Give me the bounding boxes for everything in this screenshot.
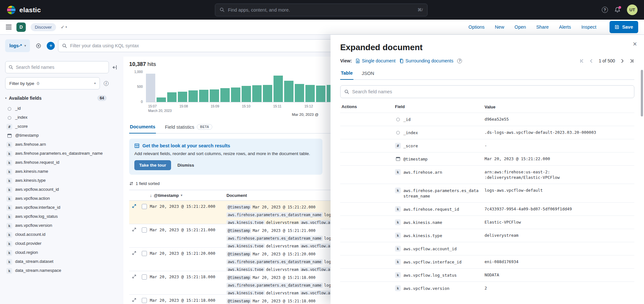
- sidebar-field-aws.firehose.parameters.es_datastream_name[interactable]: kaws.firehose.parameters.es_datastream_n…: [5, 149, 118, 158]
- expand-document-icon[interactable]: [132, 227, 136, 232]
- tab-documents[interactable]: Documents: [129, 124, 156, 134]
- row-checkbox[interactable]: [142, 298, 147, 303]
- nav-new[interactable]: New: [495, 24, 504, 30]
- close-icon[interactable]: ×: [633, 41, 637, 48]
- previous-page-icon[interactable]: [589, 59, 594, 63]
- user-avatar[interactable]: UT: [627, 5, 638, 15]
- sidebar-field-aws.vpcflow.log_status[interactable]: kaws.vpcflow.log_status: [5, 212, 118, 221]
- menu-icon[interactable]: [6, 25, 12, 29]
- expand-document-icon[interactable]: [132, 250, 136, 255]
- dismiss-button[interactable]: Dismiss: [178, 163, 194, 168]
- histogram-bar[interactable]: [146, 74, 155, 102]
- sidebar-field-aws.kinesis.type[interactable]: kaws.kinesis.type: [5, 176, 118, 185]
- histogram-bar[interactable]: [231, 88, 240, 102]
- flyout-scrollbar[interactable]: [641, 70, 643, 116]
- sidebar-field-data_stream.namespace[interactable]: kdata_stream.namespace: [5, 266, 118, 275]
- flyout-field-row[interactable]: kaws.vpcflow.account_id: [340, 242, 634, 255]
- nav-share[interactable]: Share: [536, 24, 549, 30]
- sidebar-field-aws.vpcflow.interface_id[interactable]: kaws.vpcflow.interface_id: [5, 203, 118, 212]
- single-document-link[interactable]: Single document: [356, 58, 395, 63]
- elastic-brand[interactable]: elastic: [6, 5, 41, 15]
- histogram-bar[interactable]: [252, 85, 262, 102]
- help-icon[interactable]: ?: [602, 7, 608, 13]
- sidebar-field-@timestamp[interactable]: @timestamp: [5, 131, 118, 140]
- field-search[interactable]: [5, 61, 109, 73]
- histogram-bar[interactable]: [242, 86, 251, 102]
- flyout-field-row[interactable]: kaws.vpcflow.interface_ideni-088d176934: [340, 255, 634, 268]
- last-page-icon[interactable]: [630, 59, 634, 63]
- info-icon[interactable]: i: [104, 81, 109, 86]
- help-icon[interactable]: ?: [457, 59, 462, 63]
- sidebar-field-cloud.region[interactable]: kcloud.region: [5, 248, 118, 257]
- sidebar-field-aws.vpcflow.version[interactable]: kaws.vpcflow.version: [5, 221, 118, 230]
- row-checkbox[interactable]: [142, 227, 147, 233]
- expand-document-icon[interactable]: [132, 203, 136, 208]
- flyout-field-row[interactable]: kaws.firehose.parameters.es_datastream_n…: [340, 184, 634, 202]
- saved-search-menu[interactable]: ✓ ▾: [61, 24, 67, 30]
- flyout-field-row[interactable]: @timestampMar 20, 2023 @ 15:21:22.000: [340, 152, 634, 165]
- histogram-bar[interactable]: [295, 84, 304, 102]
- flyout-field-row[interactable]: kaws.firehose.arnarn:aws:firehose:us-eas…: [340, 165, 634, 184]
- save-button[interactable]: Save: [610, 21, 638, 33]
- expand-document-icon[interactable]: [132, 274, 136, 279]
- flyout-field-row[interactable]: kaws.firehose.request_id7c433937-9954-4a…: [340, 202, 634, 216]
- histogram-bar[interactable]: [167, 92, 177, 102]
- row-checkbox[interactable]: [142, 204, 147, 209]
- flyout-field-row[interactable]: _idd96ea52e55: [340, 113, 634, 126]
- space-avatar[interactable]: D: [16, 23, 26, 32]
- nav-options[interactable]: Options: [468, 24, 485, 30]
- tab-json[interactable]: JSON: [361, 70, 375, 79]
- sidebar-field-cloud.provider[interactable]: kcloud.provider: [5, 239, 118, 248]
- expand-document-icon[interactable]: [132, 297, 136, 302]
- histogram-bar[interactable]: [316, 86, 325, 102]
- row-checkbox[interactable]: [142, 274, 147, 280]
- histogram-bar[interactable]: [157, 97, 166, 102]
- flyout-field-row[interactable]: _index.ds-logs-aws.vpcflow-default-2023.…: [340, 126, 634, 139]
- sidebar-field-_index[interactable]: _index: [5, 113, 118, 122]
- sidebar-field-cloud.account.id[interactable]: kcloud.account.id: [5, 230, 118, 239]
- collapse-sidebar-icon[interactable]: [112, 65, 118, 70]
- take-tour-button[interactable]: Take the tour: [134, 160, 171, 170]
- histogram-bar[interactable]: [274, 76, 283, 102]
- histogram-bar[interactable]: [305, 85, 315, 102]
- add-filter-button[interactable]: +: [47, 42, 55, 50]
- sidebar-field-_id[interactable]: _id: [5, 104, 118, 113]
- surrounding-documents-link[interactable]: Surrounding documents: [399, 58, 454, 63]
- histogram-bar[interactable]: [220, 88, 230, 102]
- timestamp-column-header[interactable]: ↓ @timestamp ▾: [150, 193, 226, 198]
- flyout-field-row[interactable]: #_score-: [340, 139, 634, 152]
- field-search-input[interactable]: [16, 65, 105, 70]
- flyout-field-search[interactable]: [340, 85, 634, 98]
- breadcrumb[interactable]: Discover: [31, 23, 56, 31]
- sidebar-field-aws.firehose.request_id[interactable]: kaws.firehose.request_id: [5, 158, 118, 167]
- sidebar-field-data_stream.dataset[interactable]: kdata_stream.dataset: [5, 257, 118, 266]
- global-search-input[interactable]: [228, 7, 414, 13]
- sidebar-field-_score[interactable]: #_score: [5, 122, 118, 131]
- sorted-fields-button[interactable]: 1 field sorted: [129, 181, 194, 186]
- histogram-bar[interactable]: [263, 85, 272, 102]
- notifications-icon[interactable]: [614, 7, 620, 13]
- flyout-field-search-input[interactable]: [352, 89, 630, 94]
- available-fields-accordion[interactable]: ▾ Available fields 64: [5, 95, 118, 101]
- histogram-bar[interactable]: [178, 92, 187, 102]
- data-view-picker[interactable]: logs-* ▾: [5, 39, 30, 52]
- sidebar-field-aws.firehose.arn[interactable]: kaws.firehose.arn: [5, 140, 118, 149]
- saved-query-icon[interactable]: [33, 41, 43, 51]
- histogram-bar[interactable]: [210, 89, 219, 102]
- sidebar-field-aws.vpcflow.action[interactable]: kaws.vpcflow.action: [5, 194, 118, 203]
- flyout-field-row[interactable]: kaws.vpcflow.log_statusNODATA: [340, 268, 634, 281]
- tab-table[interactable]: Table: [340, 70, 353, 80]
- filter-by-type-dropdown[interactable]: Filter by type 0 ▾: [5, 77, 100, 89]
- histogram-bar[interactable]: [199, 90, 208, 102]
- histogram-bar[interactable]: [188, 90, 198, 102]
- sidebar-field-aws.kinesis.name[interactable]: kaws.kinesis.name: [5, 167, 118, 176]
- flyout-field-row[interactable]: kaws.vpcflow.version2: [340, 281, 634, 295]
- first-page-icon[interactable]: [579, 59, 584, 63]
- tab-field-statistics[interactable]: Field statistics BETA: [164, 124, 213, 133]
- row-checkbox[interactable]: [142, 251, 147, 256]
- nav-inspect[interactable]: Inspect: [581, 24, 596, 30]
- flyout-field-row[interactable]: kaws.kinesis.nameElastic-VPCFlow: [340, 216, 634, 229]
- sidebar-field-aws.vpcflow.account_id[interactable]: kaws.vpcflow.account_id: [5, 185, 118, 194]
- global-search[interactable]: ⌘/: [215, 4, 428, 16]
- flyout-field-row[interactable]: kaws.kinesis.typedeliverystream: [340, 229, 634, 242]
